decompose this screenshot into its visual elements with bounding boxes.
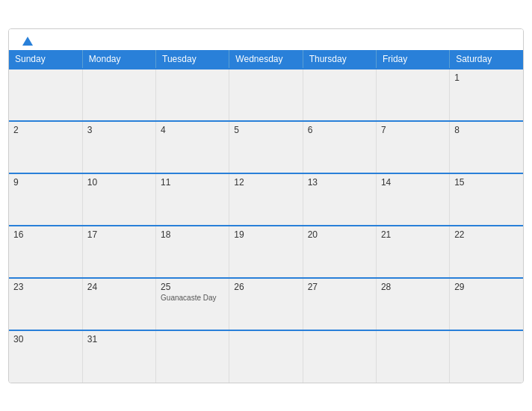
calendar-cell: 6 <box>303 121 376 173</box>
day-number: 24 <box>87 282 151 292</box>
calendar-cell: 30 <box>9 330 82 383</box>
day-number: 16 <box>13 229 78 240</box>
day-number: 4 <box>161 125 224 135</box>
week-row-1: 2345678 <box>9 121 523 173</box>
day-number: 14 <box>381 177 445 188</box>
calendar-cell <box>229 330 303 383</box>
day-number: 27 <box>308 282 371 292</box>
calendar-cell: 28 <box>376 278 449 330</box>
day-number: 30 <box>13 334 78 344</box>
day-number: 18 <box>161 229 224 240</box>
day-number: 29 <box>454 282 519 292</box>
calendar-cell: 10 <box>82 173 155 226</box>
calendar-cell: 4 <box>156 121 229 173</box>
calendar-cell <box>9 69 82 121</box>
day-number: 17 <box>87 229 151 240</box>
calendar-cell: 27 <box>303 278 376 330</box>
day-number: 7 <box>381 125 445 135</box>
week-row-5: 3031 <box>9 330 523 383</box>
calendar-cell: 1 <box>450 69 523 121</box>
day-number: 12 <box>234 177 297 188</box>
day-number: 8 <box>454 125 519 135</box>
calendar-cell: 7 <box>376 121 449 173</box>
week-row-3: 16171819202122 <box>9 226 523 278</box>
logo-area <box>21 37 33 46</box>
calendar-header <box>9 29 523 50</box>
calendar-cell: 14 <box>376 173 449 226</box>
day-number: 19 <box>234 229 297 240</box>
week-row-4: 232425Guanacaste Day26272829 <box>9 278 523 330</box>
calendar-cell: 9 <box>9 173 82 226</box>
day-number: 22 <box>454 229 519 240</box>
day-number: 1 <box>454 72 519 83</box>
weekday-header-friday: Friday <box>376 50 449 69</box>
day-number: 15 <box>454 177 519 188</box>
day-number: 3 <box>87 125 151 135</box>
day-number: 10 <box>87 177 151 188</box>
week-row-0: 1 <box>9 69 523 121</box>
day-number: 26 <box>234 282 297 292</box>
calendar-cell <box>303 69 376 121</box>
day-number: 31 <box>87 334 151 344</box>
calendar-cell: 24 <box>82 278 155 330</box>
calendar-cell: 8 <box>450 121 523 173</box>
calendar-cell: 18 <box>156 226 229 278</box>
calendar-cell: 12 <box>229 173 303 226</box>
logo-triangle-icon <box>22 37 33 46</box>
weekday-header-tuesday: Tuesday <box>156 50 229 69</box>
day-number: 13 <box>308 177 371 188</box>
day-number: 28 <box>381 282 445 292</box>
day-number: 25 <box>161 282 224 292</box>
calendar-cell: 20 <box>303 226 376 278</box>
calendar-cell: 25Guanacaste Day <box>156 278 229 330</box>
calendar-cell: 29 <box>450 278 523 330</box>
calendar-cell: 21 <box>376 226 449 278</box>
calendar-cell: 26 <box>229 278 303 330</box>
day-number: 21 <box>381 229 445 240</box>
day-number: 2 <box>13 125 78 135</box>
calendar-cell <box>376 330 449 383</box>
calendar-cell: 15 <box>450 173 523 226</box>
calendar-cell: 16 <box>9 226 82 278</box>
weekday-header-sunday: Sunday <box>9 50 82 69</box>
calendar-cell: 22 <box>450 226 523 278</box>
calendar-grid: SundayMondayTuesdayWednesdayThursdayFrid… <box>9 50 523 383</box>
calendar-cell: 13 <box>303 173 376 226</box>
day-number: 23 <box>13 282 78 292</box>
week-row-2: 9101112131415 <box>9 173 523 226</box>
calendar-cell: 23 <box>9 278 82 330</box>
calendar-wrapper: SundayMondayTuesdayWednesdayThursdayFrid… <box>8 28 524 383</box>
day-number: 9 <box>13 177 78 188</box>
weekday-header-saturday: Saturday <box>450 50 523 69</box>
calendar-cell <box>376 69 449 121</box>
calendar-cell <box>156 330 229 383</box>
weekday-header-wednesday: Wednesday <box>229 50 303 69</box>
calendar-cell: 3 <box>82 121 155 173</box>
day-event: Guanacaste Day <box>161 294 217 302</box>
day-number: 20 <box>308 229 371 240</box>
day-number: 11 <box>161 177 224 188</box>
calendar-cell: 19 <box>229 226 303 278</box>
calendar-cell <box>229 69 303 121</box>
weekday-header-thursday: Thursday <box>303 50 376 69</box>
calendar-cell <box>303 330 376 383</box>
calendar-cell: 11 <box>156 173 229 226</box>
weekday-header-row: SundayMondayTuesdayWednesdayThursdayFrid… <box>9 50 523 69</box>
calendar-cell <box>450 330 523 383</box>
calendar-cell: 31 <box>82 330 155 383</box>
day-number: 6 <box>308 125 371 135</box>
calendar-cell: 17 <box>82 226 155 278</box>
calendar-cell: 2 <box>9 121 82 173</box>
calendar-cell: 5 <box>229 121 303 173</box>
weekday-header-monday: Monday <box>82 50 155 69</box>
calendar-cell <box>156 69 229 121</box>
calendar-cell <box>82 69 155 121</box>
day-number: 5 <box>234 125 297 135</box>
